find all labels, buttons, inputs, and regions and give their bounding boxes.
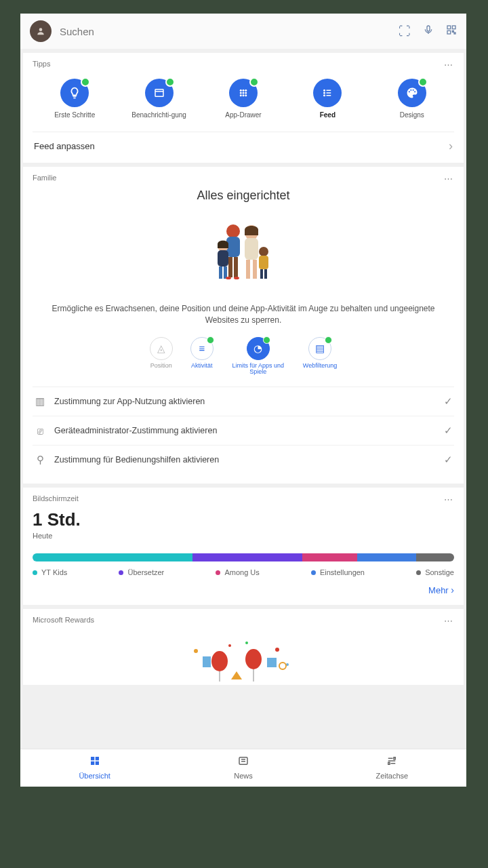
svg-point-54 bbox=[228, 644, 231, 647]
card-menu-icon[interactable]: ⋯ bbox=[444, 174, 454, 184]
svg-rect-38 bbox=[219, 267, 222, 279]
family-feature-icon: ▤ bbox=[308, 337, 331, 360]
svg-point-44 bbox=[226, 277, 231, 279]
svg-point-14 bbox=[245, 92, 247, 94]
family-heading: Alles eingerichtet bbox=[33, 189, 454, 203]
svg-point-58 bbox=[279, 663, 286, 669]
svg-rect-5 bbox=[452, 31, 453, 32]
svg-point-12 bbox=[240, 92, 242, 94]
scan-icon[interactable]: ⛶ bbox=[399, 24, 411, 39]
svg-point-56 bbox=[275, 648, 279, 652]
svg-point-53 bbox=[194, 649, 198, 653]
grid-icon bbox=[229, 79, 258, 107]
screentime-value: 1 Std. bbox=[33, 509, 454, 530]
avatar[interactable] bbox=[30, 20, 52, 42]
svg-point-40 bbox=[259, 247, 268, 256]
consent-row[interactable]: ▥ Zustimmung zur App-Nutzung aktivieren … bbox=[33, 387, 454, 416]
family-feature-icon: ◬ bbox=[150, 337, 173, 360]
tip-item[interactable]: Designs bbox=[370, 79, 454, 119]
svg-rect-30 bbox=[228, 257, 232, 277]
consent-row[interactable]: ⎚ Geräteadministrator-Zustimmung aktivie… bbox=[33, 416, 454, 445]
svg-rect-1 bbox=[427, 26, 430, 31]
bar-segment bbox=[416, 553, 454, 561]
nav-label: News bbox=[234, 772, 253, 780]
card-menu-icon[interactable]: ⋯ bbox=[444, 616, 454, 626]
legend-item: Übersetzer bbox=[119, 568, 164, 576]
chevron-right-icon: › bbox=[449, 139, 453, 153]
svg-point-22 bbox=[324, 95, 325, 96]
svg-point-55 bbox=[245, 642, 248, 644]
qr-icon[interactable] bbox=[446, 24, 457, 39]
consent-icon: ⚲ bbox=[34, 454, 46, 466]
check-badge-icon bbox=[249, 77, 259, 87]
svg-point-20 bbox=[324, 92, 325, 94]
consent-label: Geräteadministrator-Zustimmung aktiviere… bbox=[54, 426, 217, 435]
nav-item-news[interactable]: News bbox=[169, 749, 317, 787]
nav-item-zeitachse[interactable]: Zeitachse bbox=[318, 749, 466, 787]
consent-icon: ⎚ bbox=[34, 425, 46, 437]
family-feature-label: Aktivität bbox=[191, 363, 213, 370]
svg-point-18 bbox=[324, 90, 325, 92]
svg-point-17 bbox=[245, 94, 247, 96]
check-icon: ✓ bbox=[444, 395, 453, 408]
family-feature-item[interactable]: ◔ Limits für Apps und Spiele bbox=[231, 337, 285, 376]
tip-item[interactable]: Benachrichti-gung bbox=[117, 79, 201, 119]
svg-marker-50 bbox=[231, 671, 242, 679]
family-description: Ermögliche es Erwachsenen, deine Positio… bbox=[33, 303, 454, 326]
consent-row[interactable]: ⚲ Zustimmung für Bedienungshilfen aktivi… bbox=[33, 445, 454, 474]
card-menu-icon[interactable]: ⋯ bbox=[444, 494, 454, 505]
tip-item[interactable]: App-Drawer bbox=[201, 79, 285, 119]
family-feature-item[interactable]: ◬ Position bbox=[150, 337, 173, 376]
bar-segment bbox=[302, 553, 357, 561]
family-illustration bbox=[33, 212, 454, 294]
svg-point-13 bbox=[242, 92, 244, 94]
family-feature-icon: ◔ bbox=[247, 337, 270, 360]
svg-point-45 bbox=[234, 277, 239, 279]
svg-rect-3 bbox=[452, 26, 455, 29]
family-feature-item[interactable]: ≡ Aktivität bbox=[190, 337, 214, 376]
screentime-bar bbox=[33, 553, 454, 561]
family-card: Familie ⋯ Alles eingerichtet bbox=[23, 167, 464, 484]
rewards-illustration bbox=[33, 631, 454, 685]
feed-customize-row[interactable]: Feed anpassen › bbox=[33, 132, 454, 153]
tip-label: Feed bbox=[320, 111, 336, 119]
feed-customize-label: Feed anpassen bbox=[34, 141, 95, 151]
svg-rect-35 bbox=[253, 260, 257, 279]
legend-label: Einstellungen bbox=[320, 568, 365, 576]
card-title: Familie bbox=[33, 174, 454, 182]
family-feature-label: Position bbox=[150, 363, 172, 370]
svg-rect-31 bbox=[234, 257, 238, 277]
mic-icon[interactable] bbox=[423, 24, 434, 39]
svg-rect-62 bbox=[95, 762, 98, 765]
search-input[interactable]: Suchen bbox=[60, 26, 390, 37]
bar-segment bbox=[357, 553, 416, 561]
svg-point-16 bbox=[242, 94, 244, 96]
screentime-more-link[interactable]: Mehr › bbox=[33, 585, 454, 595]
tip-item[interactable]: Feed bbox=[285, 79, 369, 119]
legend-item: Sonstige bbox=[416, 568, 454, 576]
svg-point-9 bbox=[240, 90, 242, 92]
svg-point-26 bbox=[412, 90, 413, 91]
legend-item: YT Kids bbox=[33, 568, 67, 576]
svg-rect-7 bbox=[155, 90, 163, 97]
family-feature-item[interactable]: ▤ Webfilterung bbox=[303, 337, 337, 376]
consent-label: Zustimmung zur App-Nutzung aktivieren bbox=[54, 397, 205, 406]
svg-rect-41 bbox=[259, 256, 268, 269]
svg-point-48 bbox=[245, 649, 262, 669]
svg-rect-67 bbox=[394, 757, 395, 760]
check-badge-icon bbox=[263, 336, 270, 344]
family-feature-label: Limits für Apps und Spiele bbox=[231, 363, 285, 376]
svg-rect-2 bbox=[447, 26, 451, 29]
nav-item-übersicht[interactable]: Übersicht bbox=[20, 749, 169, 787]
card-menu-icon[interactable]: ⋯ bbox=[444, 60, 454, 70]
svg-rect-39 bbox=[224, 267, 227, 279]
consent-icon: ▥ bbox=[34, 395, 46, 408]
card-title: Microsoft Rewards bbox=[33, 616, 454, 624]
svg-point-25 bbox=[410, 90, 411, 91]
svg-rect-60 bbox=[95, 757, 98, 760]
screentime-sublabel: Heute bbox=[33, 532, 454, 540]
tip-label: Erste Schritte bbox=[54, 111, 95, 119]
list-icon bbox=[313, 79, 342, 107]
rewards-card: Microsoft Rewards ⋯ bbox=[23, 609, 464, 685]
tip-item[interactable]: Erste Schritte bbox=[33, 79, 117, 119]
